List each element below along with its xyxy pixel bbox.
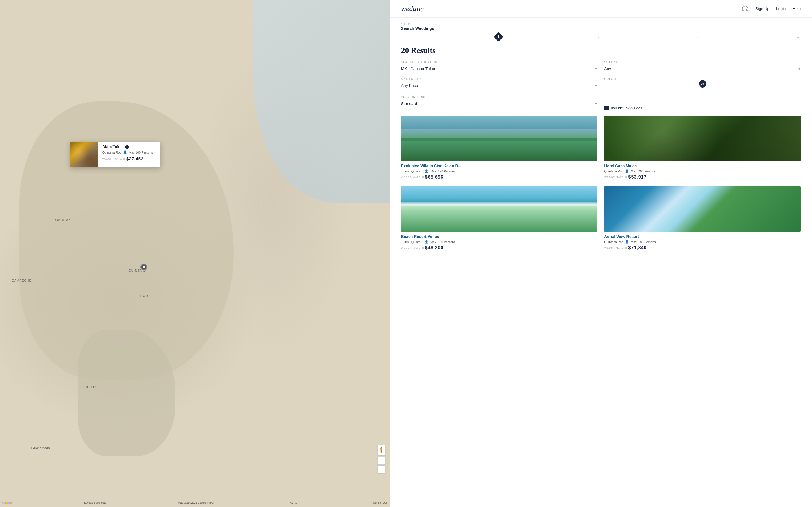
help-link[interactable]: Help: [793, 6, 801, 11]
venue-card-3[interactable]: Aerial View Resort Quintana Roo 👤 Max. 1…: [604, 186, 801, 250]
venue-meta-3: Quintana Roo 👤 Max. 180 Persons.: [604, 240, 801, 244]
venue-card-2[interactable]: Beach Resort Venue Tulum, Quinta... 👤 Ma…: [401, 186, 598, 250]
map-label-roo: ROO: [140, 294, 148, 297]
filters-row2: PRICE INCLUDES Standard ▼ Include Tax & …: [401, 96, 801, 110]
setting-filter: SETTING Any ▼: [604, 61, 801, 73]
location-filter: SEARCH BY LOCATION MX - Cancun-Tulum ▼: [401, 61, 598, 73]
zoom-out-button[interactable]: −: [377, 465, 385, 473]
popup-wedstimate-row: WEDSTIMATE $27,452: [102, 156, 156, 161]
logo: weddily: [401, 4, 424, 13]
pegman-icon: 🧍: [378, 447, 384, 453]
step-1-number: 1: [497, 35, 499, 39]
person-icon-1: 👤: [625, 169, 629, 173]
info-dot-icon-1: [625, 176, 627, 178]
venue-card-1[interactable]: Hotel Casa Malca Quintana Roo 👤 Max. 200…: [604, 116, 801, 180]
venues-grid: Exclusive Villa in Sian Ka'an B... Tulum…: [401, 116, 801, 250]
venue-image-0: [401, 116, 598, 161]
progress-empty-2: [601, 37, 695, 38]
popup-content: Akiin Tulum Quintana Roo 👤 Max.100 Perso…: [98, 142, 160, 167]
venue-wedstimate-label-1: WEDSTIMATE: [604, 176, 624, 179]
venue-wedstimate-row-0: WEDSTIMATE $65,696: [401, 175, 598, 180]
price-includes-chevron-icon: ▼: [595, 102, 598, 105]
venue-wedstimate-label-0: WEDSTIMATE: [401, 176, 420, 179]
price-includes-label: PRICE INCLUDES: [401, 96, 598, 99]
person-icon-3: 👤: [625, 240, 629, 244]
setting-select[interactable]: Any ▼: [604, 65, 801, 73]
venue-image-1: [604, 116, 801, 161]
info-dot-icon-0: [422, 176, 424, 178]
map-label-campeche: CAMPECHE: [11, 279, 31, 282]
main-content: 20 Results SEARCH BY LOCATION MX - Cancu…: [390, 40, 812, 507]
venue-name-1: Hotel Casa Malca: [604, 164, 801, 168]
person-icon-2: 👤: [424, 240, 428, 244]
popup-venue-image: [70, 142, 98, 167]
tax-filter: Include Tax & Fees: [604, 96, 801, 110]
info-dot-icon: [123, 158, 125, 160]
max-price-select[interactable]: Any Price ▼: [401, 82, 598, 90]
venue-name-3: Aerial View Resort: [604, 234, 801, 239]
venue-wedstimate-row-3: WEDSTIMATE $71,340: [604, 245, 801, 250]
venue-price-3: $71,340: [628, 245, 647, 250]
price-includes-select[interactable]: Standard ▼: [401, 100, 598, 108]
scale-label: 50 km: [290, 502, 297, 505]
person-icon: 👤: [123, 151, 127, 154]
popup-wedstimate-label: WEDSTIMATE: [102, 158, 122, 160]
sign-up-link[interactable]: Sign Up: [755, 6, 769, 11]
setting-value: Any: [604, 66, 611, 71]
google-logo: Google: [2, 501, 12, 504]
venue-location-2: Tulum, Quinta...: [401, 240, 423, 244]
guests-filter: GUESTS 90: [604, 77, 801, 90]
terms-link[interactable]: Terms of Use: [372, 501, 388, 504]
popup-price: $27,452: [126, 156, 144, 161]
map-label-yucatan: YUCATAN: [55, 218, 71, 221]
venue-price-1: $53,917: [628, 175, 647, 180]
map-popup[interactable]: Akiin Tulum Quintana Roo 👤 Max.100 Perso…: [70, 142, 160, 167]
venue-persons-3: Max. 180 Persons.: [631, 240, 657, 244]
venue-meta-2: Tulum, Quinta... 👤 Max. 150 Persons.: [401, 240, 598, 244]
price-chevron-icon: ▼: [595, 84, 598, 87]
zoom-in-button[interactable]: +: [377, 457, 385, 465]
location-chevron-icon: ▼: [595, 67, 598, 70]
venue-persons-1: Max. 200 Persons.: [631, 170, 657, 173]
venue-wedstimate-label-3: WEDSTIMATE: [604, 246, 624, 249]
setting-label: SETTING: [604, 61, 801, 64]
venue-persons-0: Max. 120 Persons.: [430, 170, 456, 173]
progress-section: STEP 1 Search Weddings 1 2 3 4: [390, 18, 812, 40]
map-footer-left: Google: [2, 501, 12, 504]
results-count: 20 Results: [401, 46, 801, 55]
header-nav: Sign Up Login Help: [742, 5, 801, 12]
map-pin[interactable]: [140, 264, 147, 270]
popup-title: Akiin Tulum: [102, 145, 156, 149]
map-controls: 🧍 + −: [377, 445, 385, 473]
venue-card-0[interactable]: Exclusive Villa in Sian Ka'an B... Tulum…: [401, 116, 598, 180]
tax-checkbox[interactable]: [604, 106, 609, 110]
guests-slider-track[interactable]: 90: [604, 86, 801, 86]
venue-wedstimate-row-2: WEDSTIMATE $48,200: [401, 245, 598, 250]
login-link[interactable]: Login: [776, 6, 786, 11]
popup-location: Quintana Roo 👤 Max.100 Persons: [102, 151, 156, 154]
venue-name-2: Beach Resort Venue: [401, 234, 598, 239]
person-icon-0: 👤: [424, 169, 428, 173]
venue-location-0: Tulum, Quinta...: [401, 170, 423, 173]
pegman-button[interactable]: 🧍: [377, 445, 385, 455]
location-select[interactable]: MX - Cancun-Tulum ▼: [401, 65, 598, 73]
venue-price-2: $48,200: [425, 245, 444, 250]
beach1-image: [401, 186, 598, 231]
step-4-indicator: 4: [795, 34, 801, 40]
progress-bar: 1 2 3 4: [401, 34, 801, 40]
map-label-belize: Belize: [86, 385, 99, 389]
map-footer: Google Keyboard shortcuts Map data ©2021…: [0, 501, 390, 505]
map-panel: YUCATAN CAMPECHE QUINTANA ROO Belize Gua…: [0, 0, 390, 507]
keyboard-shortcuts-link[interactable]: Keyboard shortcuts: [84, 501, 106, 504]
map-data-label: Map data ©2021 Google, INEGI: [178, 501, 214, 504]
venue-location-1: Quintana Roo: [604, 170, 623, 173]
info-dot-icon-2: [422, 247, 424, 249]
tax-label: Include Tax & Fees: [611, 106, 642, 110]
premium-diamond-icon: [124, 145, 130, 150]
max-price-value: Any Price: [401, 83, 418, 88]
right-panel: weddily Sign Up Login Help STEP 1 Search…: [390, 0, 812, 507]
location-label: SEARCH BY LOCATION: [401, 61, 598, 64]
sian-kaan-image: [401, 116, 598, 161]
tax-checkbox-group: Include Tax & Fees: [604, 106, 801, 110]
venue-image-2: [401, 186, 598, 231]
